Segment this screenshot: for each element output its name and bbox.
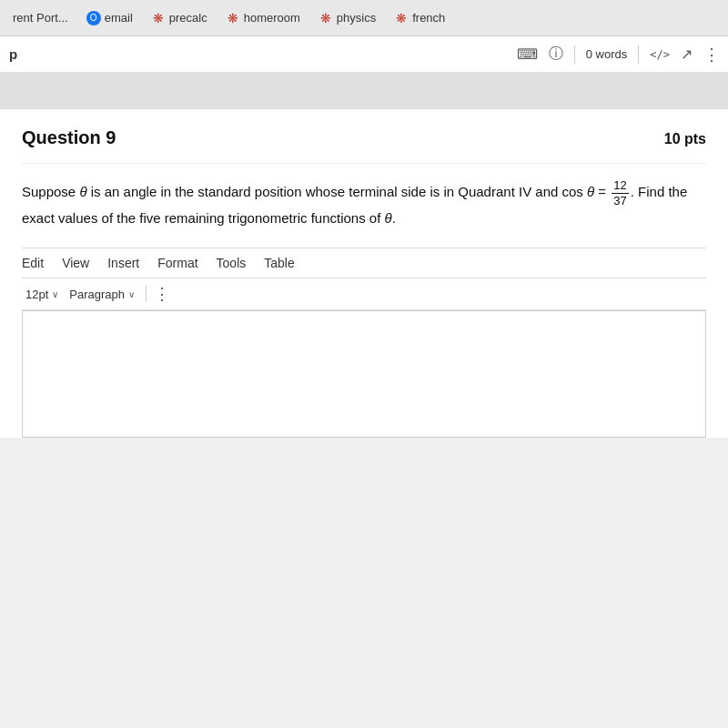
tab-homeroom-label: homeroom [244, 11, 300, 25]
paragraph-chevron: ∨ [128, 289, 135, 299]
editor-format-bar: 12pt ∨ Paragraph ∨ ⋮ [22, 278, 706, 310]
editor-menu-insert[interactable]: Insert [107, 256, 139, 270]
tab-physics-label: physics [337, 11, 376, 25]
tab-precalc-label: precalc [169, 11, 207, 25]
paragraph-dropdown[interactable]: Paragraph ∨ [66, 286, 138, 303]
tab-parent-port[interactable]: rent Port... [4, 7, 77, 28]
editor-menu-edit[interactable]: Edit [22, 256, 44, 270]
accessibility-icon[interactable]: ⓘ [549, 45, 563, 64]
question-title: Question 9 [22, 127, 116, 148]
editor-area[interactable] [22, 310, 706, 438]
email-icon: O [86, 11, 101, 25]
tab-precalc[interactable]: ❋ precalc [142, 7, 217, 29]
tab-parent-port-label: rent Port... [13, 11, 68, 25]
paragraph-value: Paragraph [69, 288, 125, 301]
toolbar-separator [574, 46, 575, 64]
expand-icon[interactable]: ↗ [681, 46, 693, 63]
tab-french[interactable]: ❋ french [385, 7, 454, 29]
editor-menu-tools[interactable]: Tools [217, 256, 247, 270]
physics-icon: ❋ [318, 11, 333, 25]
editor-menu-view[interactable]: View [62, 256, 89, 270]
tab-email-label: email [105, 11, 133, 25]
question-card: Question 9 10 pts Suppose θ is an angle … [0, 109, 728, 438]
tab-homeroom[interactable]: ❋ homeroom [217, 7, 309, 29]
tab-email[interactable]: O email [77, 7, 142, 29]
editor-menu-format[interactable]: Format [157, 256, 197, 270]
question-points: 10 pts [664, 131, 706, 147]
toolbar-row: p ⌨ ⓘ 0 words </> ↗ ⋮ [0, 36, 728, 73]
question-header: Question 9 10 pts [22, 127, 706, 164]
font-size-dropdown[interactable]: 12pt ∨ [22, 286, 62, 303]
tab-bar: rent Port... O email ❋ precalc ❋ homeroo… [0, 0, 728, 36]
toolbar-separator2 [638, 46, 639, 64]
tab-label: p [9, 46, 17, 62]
format-more-icon[interactable]: ⋮ [154, 284, 170, 304]
fraction: 12 37 [612, 178, 628, 207]
denominator: 37 [612, 194, 628, 208]
toolbar-icons: ⌨ ⓘ 0 words </> ↗ ⋮ [517, 45, 719, 65]
question-body: Suppose θ is an angle in the standard po… [22, 178, 706, 229]
tab-french-label: french [412, 11, 445, 25]
format-separator [146, 286, 147, 302]
tab-physics[interactable]: ❋ physics [309, 7, 385, 29]
editor-menu-bar: Edit View Insert Format Tools Table [22, 248, 706, 278]
gray-spacer [0, 73, 728, 109]
font-size-value: 12pt [25, 288, 48, 301]
homeroom-icon: ❋ [226, 11, 240, 25]
numerator: 12 [612, 178, 628, 194]
precalc-icon: ❋ [151, 11, 166, 25]
word-count: 0 words [586, 47, 628, 61]
editor-inner[interactable] [23, 311, 705, 430]
editor-menu-table[interactable]: Table [264, 256, 294, 270]
question-body-text: Suppose θ is an angle in the standard po… [22, 184, 687, 226]
french-icon: ❋ [394, 11, 409, 25]
keyboard-icon[interactable]: ⌨ [517, 46, 538, 63]
more-options-icon[interactable]: ⋮ [703, 45, 719, 65]
font-size-chevron: ∨ [52, 289, 58, 299]
code-tag-icon[interactable]: </> [650, 48, 670, 61]
